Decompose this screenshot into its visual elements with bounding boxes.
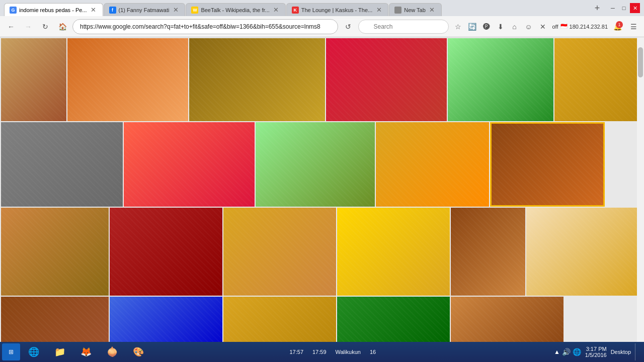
taskbar-item[interactable]: 17:59 [308,343,331,360]
taskbar-app-firefox[interactable]: 🦊 [73,343,99,360]
notification-wrapper[interactable]: 🔔 1 [611,20,624,33]
pocket-icon[interactable]: 🅟 [480,20,493,33]
food-image-r4c2[interactable] [110,297,222,342]
browser-tab-tab4[interactable]: KThe Lounge | Kaskus - The...✕ [286,3,388,16]
volume-icon[interactable]: 🔊 [562,348,571,356]
taskbar-item[interactable]: 17:57 [285,343,307,360]
home-icon[interactable]: ⌂ [508,20,521,33]
image-overlay [256,122,375,207]
bookmark-icon[interactable]: ☆ [452,20,465,33]
food-image-r1c5[interactable] [448,38,553,121]
tab-label: indomie rebus pedas - Pe... [19,7,87,13]
sync-icon[interactable]: 🔄 [466,20,479,33]
food-image-r1c4[interactable] [326,38,447,121]
tab-label: (1) Fanny Fatmawati [119,7,170,13]
food-image-r3c6[interactable] [526,208,639,296]
image-overlay [376,122,489,207]
reload-button[interactable]: ↻ [38,20,52,34]
flag-icon: 🇮🇩 [560,23,568,30]
taskbar-system-icons: ▲ 🔊 🌐 [554,348,581,356]
taskbar-item[interactable]: Walikukun [332,343,365,360]
show-hidden-icon[interactable]: ▲ [554,348,560,355]
image-row-2 [1,122,643,207]
taskbar-app-paint[interactable]: 🎨 [126,343,151,360]
minimize-button[interactable]: ─ [608,3,618,13]
taskbar-app-chrome[interactable]: 🌐 [21,343,46,360]
desktop-button[interactable]: Desktop [611,349,631,355]
image-overlay [1,38,66,121]
home-button[interactable]: 🏠 [55,20,69,34]
show-desktop-button[interactable] [635,343,638,360]
scrollbar-thumb[interactable] [638,47,643,77]
menu-icon[interactable]: ☰ [627,20,640,33]
tab-close-button[interactable]: ✕ [428,6,436,14]
taskbar-items: 17:5717:59Walikukun16 [283,343,548,360]
download-icon[interactable]: ⬇ [494,20,507,33]
taskbar-date-display: 1/5/2016 [585,352,607,358]
start-icon: ⊞ [9,348,14,355]
image-overlay [110,208,222,296]
food-image-r4c3[interactable] [223,297,336,342]
tab-close-button[interactable]: ✕ [272,6,280,14]
browser-tab-tab1[interactable]: Gindomie rebus pedas - Pe...✕ [4,3,103,16]
food-image-r1c6[interactable] [554,38,644,121]
food-image-r4c4[interactable] [337,297,450,342]
food-image-r4c1[interactable] [1,297,109,342]
food-image-r3c5[interactable] [451,208,525,296]
food-image-r3c3[interactable] [223,208,336,296]
image-overlay [337,297,450,342]
taskbar-clock[interactable]: 3:17 PM 1/5/2016 [585,346,607,358]
scrollbar[interactable] [637,37,644,342]
food-image-r4c5[interactable] [451,297,564,342]
food-image-r2c5[interactable] [490,122,605,207]
address-bar[interactable] [72,19,338,34]
tab-favicon: W [191,7,198,14]
x-icon[interactable]: ✕ [536,20,549,33]
food-image-r2c1[interactable] [1,122,123,207]
image-overlay [223,297,336,342]
food-image-r1c2[interactable] [67,38,188,121]
image-row-3 [1,208,643,296]
browser-tab-tab2[interactable]: f(1) Fanny Fatmawati✕ [104,3,186,16]
status-label: off [552,24,558,30]
back-button[interactable]: ← [4,20,18,34]
forward-button[interactable]: → [21,20,35,34]
search-input[interactable] [358,20,449,34]
maximize-button[interactable]: □ [619,3,629,13]
noodle-pattern [189,38,325,121]
noodle-pattern [448,38,553,121]
noodle-pattern [526,208,639,296]
taskbar-item[interactable]: 16 [366,343,380,360]
new-tab-button[interactable]: + [591,2,604,15]
taskbar-app-tor-browser[interactable]: 🧅 [100,343,125,360]
tab-close-button[interactable]: ✕ [172,6,180,14]
network-icon[interactable]: 🌐 [573,348,581,356]
browser-tab-tab3[interactable]: WBeeTalk - Wikipedia, the fr...✕ [186,3,285,16]
taskbar-right: ▲ 🔊 🌐 3:17 PM 1/5/2016 Desktop [550,343,642,360]
tab-close-button[interactable]: ✕ [90,6,98,14]
food-image-r1c3[interactable] [189,38,325,121]
tab-label: The Lounge | Kaskus - The... [301,7,372,13]
image-overlay [451,297,564,342]
food-image-r2c4[interactable] [376,122,489,207]
image-overlay [490,122,605,207]
close-button[interactable]: ✕ [630,3,640,13]
browser-tab-tab5[interactable]: New Tab✕ [389,3,442,16]
taskbar-app-file-explorer[interactable]: 📁 [47,343,72,360]
start-button[interactable]: ⊞ [2,343,20,360]
food-image-r1c1[interactable] [1,38,66,121]
food-image-r3c4[interactable] [337,208,450,296]
refresh-button[interactable]: ↺ [341,20,355,34]
food-image-r3c1[interactable] [1,208,109,296]
image-overlay [110,297,222,342]
smiley-icon[interactable]: ☺ [522,20,535,33]
navigation-bar: ← → ↻ 🏠 ↺ 🔍 ☆ 🔄 🅟 ⬇ ⌂ ☺ ✕ off 🇮🇩 180.214… [0,16,644,37]
food-image-r2c3[interactable] [256,122,375,207]
food-image-r3c2[interactable] [110,208,222,296]
noodle-pattern [1,208,109,296]
noodle-pattern [1,38,66,121]
food-image-r2c2[interactable] [124,122,255,207]
image-overlay [1,208,109,296]
status-info: off 🇮🇩 180.214.232.81 [552,23,608,30]
tab-close-button[interactable]: ✕ [375,6,383,14]
